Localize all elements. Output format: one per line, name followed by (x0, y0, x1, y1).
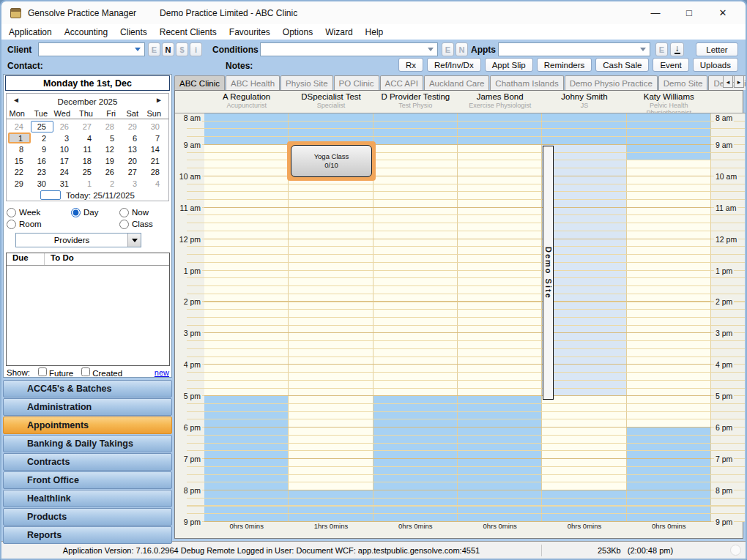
show-future-option[interactable]: Future (34, 367, 73, 378)
site-overlay[interactable]: Demo Site (543, 146, 554, 400)
calendar-day[interactable]: 14 (144, 143, 167, 155)
clinic-tab[interactable]: ACC API (380, 75, 423, 90)
todo-list[interactable]: Due To Do (6, 253, 170, 366)
calendar-day[interactable]: 4 (144, 178, 167, 190)
menu-item[interactable]: Accounting (64, 27, 108, 37)
toolbar-action-button[interactable]: Reminders (537, 58, 592, 72)
toolbar-action-button[interactable]: Cash Sale (595, 58, 649, 72)
calendar-day[interactable]: 4 (76, 132, 99, 144)
provider-header[interactable]: James Bond Exercise Physiologist (458, 91, 542, 112)
calendar-prev-icon[interactable]: ◄ (12, 96, 20, 104)
clinic-tab[interactable]: Auckland Care (424, 75, 489, 90)
calendar-day[interactable]: 25 (31, 121, 53, 132)
new-todo-link[interactable]: new (155, 368, 169, 377)
client-action-button[interactable]: $ (176, 42, 188, 56)
view-now-option[interactable]: Now (119, 208, 149, 217)
calendar-day[interactable]: 24 (8, 121, 31, 132)
clinic-tab[interactable]: ABC Health (226, 75, 280, 90)
calendar-day[interactable]: 21 (144, 155, 167, 167)
provider-header[interactable]: DSpecialist Test Specialist (289, 91, 373, 112)
calendar-day[interactable]: 15 (8, 155, 31, 167)
nav-section-button[interactable]: Contracts (3, 453, 172, 471)
calendar-day[interactable]: 1 (76, 178, 99, 190)
conditions-action-button[interactable]: E (442, 42, 454, 56)
clinic-tab[interactable]: Chatham Islands (490, 75, 563, 90)
dropdown-button[interactable] (127, 234, 141, 247)
provider-column[interactable] (374, 113, 458, 522)
nav-section-button[interactable]: Administration (3, 398, 172, 416)
calendar-day[interactable]: 30 (144, 121, 167, 132)
menu-item[interactable]: Wizard (325, 27, 352, 37)
calendar-day[interactable]: 3 (122, 178, 144, 190)
letter-button[interactable]: Letter (696, 42, 738, 56)
view-room-option[interactable]: Room (7, 220, 119, 229)
calendar-day[interactable]: 3 (53, 132, 76, 144)
clinic-tab[interactable]: ABC Clinic (174, 75, 225, 90)
today-label[interactable]: Today: 25/11/2025 (66, 191, 135, 200)
menu-item[interactable]: Help (365, 27, 384, 37)
conditions-combobox[interactable] (260, 42, 438, 56)
menu-item[interactable]: Clients (120, 27, 147, 37)
today-marker-box[interactable] (40, 190, 61, 200)
close-button[interactable]: ✕ (706, 1, 740, 24)
view-week-option[interactable]: Week (7, 208, 71, 217)
appts-combobox[interactable] (498, 42, 650, 56)
view-class-option[interactable]: Class (119, 220, 153, 229)
menu-item[interactable]: Application (9, 27, 52, 37)
provider-column[interactable] (627, 113, 711, 522)
nav-section-button[interactable]: ACC45's & Batches (3, 380, 172, 397)
menu-item[interactable]: Options (283, 27, 313, 37)
nav-section-button[interactable]: Products (3, 508, 172, 526)
calendar-day[interactable]: 25 (76, 166, 99, 178)
provider-header[interactable]: Johny Smith JS (542, 91, 626, 112)
schedule-columns[interactable]: Demo SiteYoga Class0/10 (204, 113, 711, 522)
calendar-day[interactable]: 16 (31, 155, 53, 167)
calendar-day[interactable]: 26 (53, 121, 76, 132)
calendar-next-icon[interactable]: ► (155, 96, 163, 104)
clinic-tab[interactable]: Demo Physio Practice (565, 75, 658, 90)
nav-section-button[interactable]: Healthlink (3, 490, 172, 507)
calendar-day[interactable]: 19 (99, 155, 122, 167)
calendar-day[interactable]: 29 (122, 121, 144, 132)
nav-section-button[interactable]: Reports (3, 526, 172, 544)
provider-column[interactable] (458, 113, 542, 522)
provider-header[interactable]: Katy Williams Pelvic Health Physiotherap… (627, 91, 711, 112)
calendar-day[interactable]: 9 (31, 143, 53, 155)
calendar-day[interactable]: 10 (53, 143, 76, 155)
toolbar-action-button[interactable]: Event (653, 58, 688, 72)
minimize-button[interactable]: — (639, 1, 672, 24)
selected-appointment[interactable]: Yoga Class0/10 (287, 141, 375, 181)
calendar-day[interactable]: 2 (99, 178, 122, 190)
tab-scroll-left-icon[interactable]: ◂ (723, 75, 733, 88)
calendar-day[interactable]: 20 (122, 155, 144, 167)
calendar-day[interactable]: 11 (76, 143, 99, 155)
calendar-day[interactable]: 18 (76, 155, 99, 167)
calendar-day[interactable]: 23 (31, 166, 53, 178)
download-button[interactable]: ↓ (670, 42, 684, 56)
calendar-day[interactable]: 13 (122, 143, 144, 155)
calendar-day[interactable]: 22 (8, 166, 31, 178)
appointment-card[interactable]: Yoga Class0/10 (291, 145, 371, 177)
client-action-button[interactable]: i (190, 42, 202, 56)
provider-column[interactable] (542, 113, 626, 522)
toolbar-action-button[interactable]: Appt Slip (485, 58, 533, 72)
calendar-day[interactable]: 28 (144, 166, 167, 178)
tab-scroll-right-icon[interactable]: ▸ (734, 75, 744, 88)
calendar-day[interactable]: 6 (122, 132, 144, 144)
clinic-tab[interactable]: Demo Site (658, 75, 708, 90)
provider-header[interactable]: D Provider Testing Test Physio (374, 91, 458, 112)
calendar-day[interactable]: 17 (53, 155, 76, 167)
provider-column[interactable] (204, 113, 289, 522)
provider-header[interactable]: A Regulation Acupuncturist (204, 91, 289, 112)
appts-edit-button[interactable]: E (655, 42, 668, 56)
menu-item[interactable]: Favourites (229, 27, 270, 37)
calendar-day[interactable]: 27 (122, 166, 144, 178)
calendar-day[interactable]: 27 (76, 121, 99, 132)
calendar-day[interactable]: 7 (144, 132, 167, 144)
toolbar-action-button[interactable]: Rx (398, 58, 423, 72)
calendar-day[interactable]: 26 (99, 166, 122, 178)
toolbar-action-button[interactable]: Ref/Inv/Dx (427, 58, 481, 72)
calendar-day[interactable]: 29 (8, 178, 31, 190)
show-created-option[interactable]: Created (77, 367, 122, 378)
clinic-tab[interactable]: Physio Site (280, 75, 333, 90)
